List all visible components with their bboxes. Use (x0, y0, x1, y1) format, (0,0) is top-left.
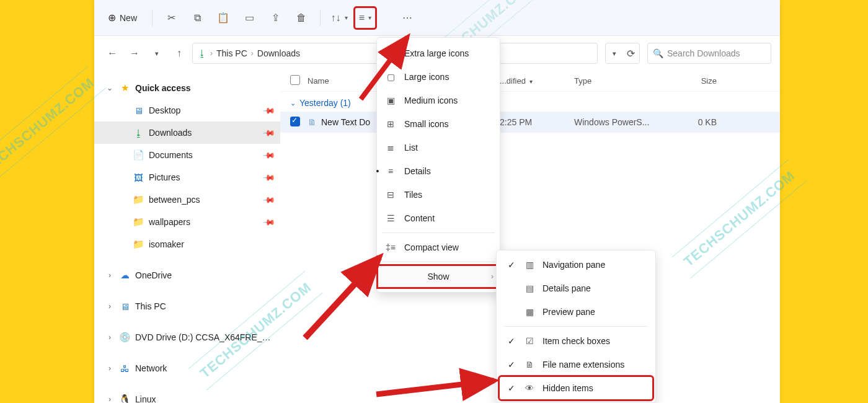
select-all-checkbox[interactable] (290, 75, 300, 85)
separator (152, 10, 153, 26)
view-option-icon: ≡ (384, 166, 397, 176)
sidebar-label: OneDrive (135, 270, 274, 280)
sidebar-item-wallpapers[interactable]: 📁wallpapers📌 (94, 211, 280, 233)
submenu-label: Preview pane (542, 307, 595, 317)
sort-button[interactable]: ↑↓ ▾ (328, 7, 350, 29)
chevron-down-icon[interactable]: ▾ (606, 44, 622, 63)
copy-icon[interactable]: ⧉ (186, 7, 208, 29)
chevron-right-icon: › (491, 272, 494, 281)
sidebar-onedrive[interactable]: › ☁ OneDrive (94, 264, 280, 286)
show-submenu: ✓▥Navigation pane▤Details pane▦Preview p… (496, 250, 656, 403)
menu-label: Content (404, 213, 492, 223)
more-button[interactable]: ⋯ (396, 7, 418, 29)
sidebar-label: Linux (135, 394, 274, 403)
file-explorer-window: ⊕ New ✂ ⧉ 📋 ▭ ⇪ 🗑 ↑↓ ▾ ≡ ▾ ⋯ ← → ▾ ↑ ⭳ ›… (94, 0, 780, 403)
chevron-right-icon: › (105, 271, 114, 280)
chevron-right-icon: › (251, 49, 254, 58)
column-size[interactable]: Size (667, 76, 717, 86)
pc-icon: 🖥 (119, 301, 130, 312)
check-icon: ✓ (507, 336, 516, 346)
sidebar-item-between_pcs[interactable]: 📁between_pcs📌 (94, 188, 280, 211)
svg-line-0 (361, 37, 407, 99)
share-icon[interactable]: ⇪ (264, 7, 286, 29)
search-icon: 🔍 (653, 48, 663, 58)
menu-label: List (404, 143, 492, 153)
separator (320, 10, 321, 26)
submenu-details-pane[interactable]: ▤Details pane (499, 277, 653, 300)
forward-button[interactable]: → (125, 44, 144, 63)
sidebar-label: between_pcs (149, 195, 259, 205)
submenu-item-check-boxes[interactable]: ✓☑Item check boxes (499, 329, 653, 353)
file-type: Windows PowerS... (574, 117, 667, 127)
delete-icon[interactable]: 🗑 (290, 7, 312, 29)
menu-label: Show (427, 272, 449, 281)
pane-icon: ▦ (524, 307, 535, 317)
sidebar-item-desktop[interactable]: 🖥Desktop📌 (94, 99, 280, 122)
menu-view-list[interactable]: ≣List (377, 136, 500, 159)
option-icon: 👁 (524, 383, 535, 393)
plus-icon: ⊕ (108, 12, 116, 24)
sidebar-linux[interactable]: › 🐧 Linux (94, 388, 280, 403)
network-icon: 🖧 (119, 363, 130, 374)
submenu-preview-pane[interactable]: ▦Preview pane (499, 300, 653, 324)
sidebar-label: Network (135, 363, 274, 373)
sidebar-quick-access[interactable]: ⌄ ★ Quick access (94, 77, 280, 99)
cut-icon[interactable]: ✂ (160, 7, 182, 29)
submenu-label: Item check boxes (542, 336, 610, 346)
recent-button[interactable]: ▾ (148, 44, 166, 63)
paste-icon[interactable]: 📋 (212, 7, 234, 29)
chevron-down-icon: ⌄ (105, 84, 114, 92)
submenu-file-name-extensions[interactable]: ✓🗎File name extensions (499, 353, 653, 376)
sidebar-network[interactable]: › 🖧 Network (94, 357, 280, 379)
breadcrumb-thispc[interactable]: This PC (216, 48, 247, 58)
up-button[interactable]: ↑ (170, 44, 188, 63)
linux-icon: 🐧 (119, 394, 130, 403)
sidebar-label: This PC (135, 301, 274, 311)
submenu-hidden-items[interactable]: ✓👁Hidden items (499, 376, 653, 400)
new-button[interactable]: ⊕ New (100, 8, 144, 27)
menu-view-small-icons[interactable]: ⊞Small icons (377, 112, 500, 136)
sidebar-item-isomaker[interactable]: 📁isomaker (94, 233, 280, 255)
pin-icon: 📌 (262, 104, 276, 117)
column-modified[interactable]: ...dified▾ (500, 76, 574, 86)
view-option-icon: ☰ (384, 213, 397, 223)
sidebar-label: wallpapers (149, 217, 259, 227)
sidebar-label: Downloads (149, 128, 259, 138)
sidebar-item-downloads[interactable]: ⭳Downloads📌 (94, 122, 280, 144)
rename-icon[interactable]: ▭ (238, 7, 260, 29)
pin-icon: 📌 (262, 215, 276, 229)
pin-icon: 📌 (262, 193, 276, 206)
view-button[interactable]: ≡ ▾ (354, 7, 376, 29)
menu-view-tiles[interactable]: ⊟Tiles (377, 183, 500, 206)
chevron-right-icon: › (210, 49, 213, 58)
pin-icon: 📌 (262, 126, 276, 140)
chevron-right-icon: › (105, 333, 114, 342)
annotation-arrow (373, 363, 503, 403)
back-button[interactable]: ← (103, 44, 122, 63)
sidebar-item-pictures[interactable]: 🖼Pictures📌 (94, 166, 280, 188)
submenu-navigation-pane[interactable]: ✓▥Navigation pane (499, 253, 653, 277)
separator (382, 232, 495, 233)
menu-view-content[interactable]: ☰Content (377, 206, 500, 230)
file-name: New Text Do (321, 117, 370, 127)
file-row[interactable]: 🗎New Text Do2:25 PMWindows PowerS...0 KB (280, 112, 780, 133)
sidebar-dvd[interactable]: › 💿 DVD Drive (D:) CCSA_X64FRE_EN-US_D (94, 326, 280, 348)
breadcrumb-folder[interactable]: Downloads (257, 48, 300, 58)
column-type[interactable]: Type (574, 76, 667, 86)
sidebar-item-documents[interactable]: 📄Documents📌 (94, 144, 280, 166)
sidebar-thispc[interactable]: › 🖥 This PC (94, 295, 280, 317)
disc-icon: 💿 (119, 332, 130, 343)
search-input[interactable]: 🔍 Search Downloads (647, 43, 771, 64)
chevron-down-icon: ▾ (345, 14, 348, 21)
list-icon: ≡ (359, 12, 365, 24)
watermark: TECHSCHUMZ.COM (0, 75, 97, 177)
refresh-button[interactable]: ⟳ (622, 44, 639, 63)
row-checkbox[interactable] (290, 117, 300, 126)
search-placeholder: Search Downloads (667, 48, 740, 58)
menu-label: Medium icons (404, 95, 492, 105)
file-size: 0 KB (667, 117, 717, 127)
option-icon: 🗎 (524, 360, 535, 370)
menu-view-details[interactable]: •≡Details (377, 159, 500, 183)
sidebar: ⌄ ★ Quick access 🖥Desktop📌⭳Downloads📌📄Do… (94, 71, 280, 403)
submenu-label: Hidden items (542, 383, 593, 393)
